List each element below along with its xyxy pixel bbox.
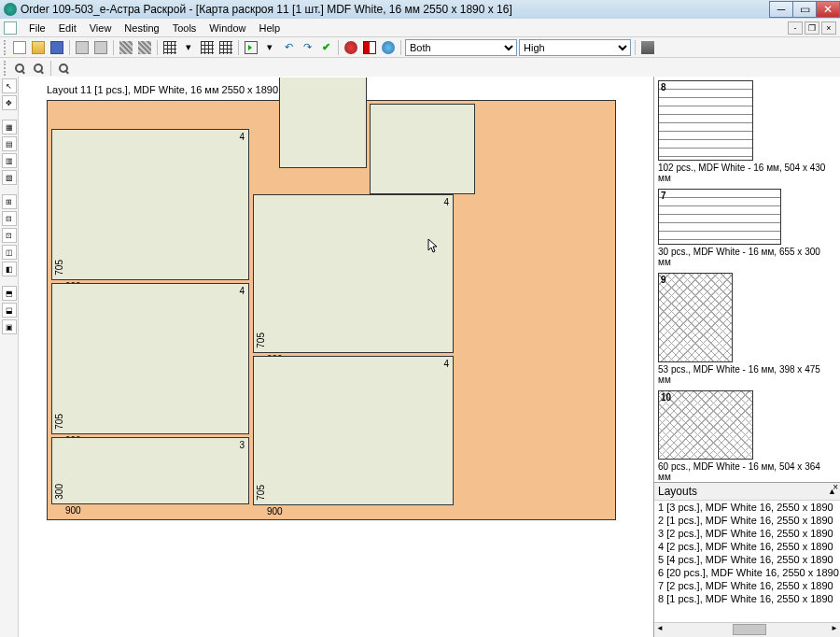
- tool-button[interactable]: [639, 39, 656, 56]
- layout-row[interactable]: 7 [2 pcs.], MDF White 16, 2550 x 1890: [654, 579, 840, 592]
- op-d-tool[interactable]: ◫: [2, 245, 17, 260]
- move-tool[interactable]: ✥: [2, 95, 17, 110]
- sheet[interactable]: 4 705 900 4 705 900 3 300 900 4 705 900 …: [47, 100, 616, 520]
- layout-row[interactable]: 5 [4 pcs.], MDF White 16, 2550 x 1890: [654, 553, 840, 566]
- scrollbar-thumb[interactable]: [733, 624, 766, 635]
- panel-close-button[interactable]: ×: [833, 482, 838, 492]
- separator: [69, 40, 70, 55]
- flag-icon: [363, 41, 376, 54]
- check-button[interactable]: ✔: [317, 39, 334, 56]
- part-thumb[interactable]: 9: [658, 273, 733, 362]
- layout-icon: [219, 41, 232, 54]
- piece-id: 3: [239, 440, 245, 450]
- workspace: ↖ ✥ ▦ ▤ ▥ ▧ ⊞ ⊟ ⊡ ◫ ◧ ⬒ ⬓ ▣ Layout 11 [1…: [0, 77, 840, 637]
- canvas-area[interactable]: Layout 11 [1 pcs.], MDF White, 16 мм 255…: [19, 77, 653, 637]
- menu-view[interactable]: View: [83, 21, 119, 35]
- copy-button[interactable]: [118, 39, 134, 56]
- group-a-tool[interactable]: ▦: [2, 120, 17, 134]
- zoom-out-button[interactable]: [30, 60, 47, 77]
- open-button[interactable]: [30, 39, 47, 56]
- globe-button[interactable]: [380, 39, 397, 56]
- op-g-tool[interactable]: ⬓: [2, 303, 17, 318]
- piece-4[interactable]: 4 705 900: [253, 356, 454, 505]
- menu-edit[interactable]: Edit: [52, 21, 83, 35]
- menu-nesting[interactable]: Nesting: [118, 21, 165, 35]
- zoom-in-button[interactable]: [11, 60, 28, 77]
- run-button[interactable]: [243, 39, 259, 56]
- layout-row[interactable]: 4 [2 pcs.], MDF White 16, 2550 x 1890: [654, 540, 840, 553]
- flag-button[interactable]: [361, 39, 378, 56]
- document-icon[interactable]: [4, 21, 17, 35]
- undo-button[interactable]: ↶: [280, 39, 297, 56]
- pin-button[interactable]: [343, 39, 359, 56]
- dropdown-button-2[interactable]: ▾: [261, 39, 278, 56]
- app-icon: [4, 3, 17, 16]
- close-button[interactable]: ✕: [816, 1, 840, 18]
- layout-row[interactable]: 3 [2 pcs.], MDF White 16, 2550 x 1890: [654, 527, 840, 540]
- layouts-title: Layouts: [658, 485, 697, 498]
- piece-id: 4: [239, 286, 245, 296]
- op-c-tool[interactable]: ⊡: [2, 228, 17, 243]
- select-tool[interactable]: ↖: [2, 78, 17, 93]
- paste-button[interactable]: [136, 39, 153, 56]
- horizontal-scrollbar[interactable]: ◄ ►: [654, 622, 840, 637]
- layout-a-button[interactable]: [199, 39, 216, 56]
- menu-tools[interactable]: Tools: [166, 21, 203, 35]
- layout-row[interactable]: 6 [20 pcs.], MDF White 16, 2550 x 1890: [654, 566, 840, 579]
- toolbar-grip[interactable]: [4, 61, 7, 76]
- separator: [635, 40, 636, 55]
- piece-waste[interactable]: [370, 104, 475, 194]
- print-button[interactable]: [74, 39, 91, 56]
- grid-button[interactable]: [161, 39, 178, 56]
- op-h-tool[interactable]: ▣: [2, 319, 17, 334]
- grid-icon: [163, 41, 176, 54]
- layouts-panel: × Layouts ▲ 1 [3 pcs.], MDF White 16, 25…: [654, 482, 840, 637]
- pin-icon: [344, 41, 357, 54]
- menu-window[interactable]: Window: [203, 21, 252, 35]
- layout-row[interactable]: 2 [1 pcs.], MDF White 16, 2550 x 1890: [654, 514, 840, 527]
- maximize-button[interactable]: ▭: [792, 1, 817, 18]
- layout-row[interactable]: 8 [1 pcs.], MDF White 16, 2550 x 1890: [654, 592, 840, 605]
- op-f-tool[interactable]: ⬒: [2, 286, 17, 301]
- window-title: Order 109-503_e-Астра Раскрой - [Карта р…: [21, 3, 512, 16]
- save-button[interactable]: [49, 39, 65, 56]
- piece-4[interactable]: 4 705 900: [51, 129, 249, 280]
- new-button[interactable]: [11, 39, 28, 56]
- part-thumb[interactable]: 8: [658, 80, 753, 161]
- part-thumb[interactable]: 10: [658, 390, 753, 460]
- separator: [338, 40, 339, 55]
- menu-help[interactable]: Help: [252, 21, 287, 35]
- group-d-tool[interactable]: ▧: [2, 170, 17, 185]
- minimize-button[interactable]: ─: [769, 1, 793, 18]
- piece-waste[interactable]: [279, 78, 367, 168]
- piece-3[interactable]: 3 300 900: [51, 437, 249, 504]
- op-a-tool[interactable]: ⊞: [2, 194, 17, 209]
- mdi-close-button[interactable]: ×: [821, 21, 836, 35]
- mdi-restore-button[interactable]: ❐: [805, 21, 819, 35]
- quality-select[interactable]: High: [519, 39, 631, 56]
- redo-button[interactable]: ↷: [299, 39, 315, 56]
- group-b-tool[interactable]: ▤: [2, 136, 17, 151]
- preview-button[interactable]: [92, 39, 109, 56]
- op-e-tool[interactable]: ◧: [2, 262, 17, 276]
- parts-list[interactable]: 8102 pcs., MDF White - 16 мм, 504 x 430 …: [654, 77, 840, 482]
- part-thumb[interactable]: 7: [658, 189, 781, 245]
- separator: [400, 40, 401, 55]
- op-b-tool[interactable]: ⊟: [2, 211, 17, 226]
- group-c-tool[interactable]: ▥: [2, 153, 17, 168]
- part-caption: 102 pcs., MDF White - 16 мм, 504 x 430 м…: [658, 163, 827, 183]
- mdi-minimize-button[interactable]: -: [788, 21, 803, 35]
- menu-file[interactable]: File: [22, 21, 52, 35]
- zoom-toolbar: [0, 58, 840, 78]
- mode-select[interactable]: Both: [405, 39, 517, 56]
- piece-4[interactable]: 4 705 900: [253, 194, 454, 353]
- part-number: 8: [661, 82, 666, 92]
- dropdown-button[interactable]: ▾: [180, 39, 197, 56]
- layout-b-button[interactable]: [217, 39, 234, 56]
- layouts-list[interactable]: 1 [3 pcs.], MDF White 16, 2550 x 18902 […: [654, 501, 840, 622]
- toolbar-grip[interactable]: [4, 40, 7, 55]
- main-toolbar: ▾ ▾ ↶ ↷ ✔ Both High: [0, 37, 840, 58]
- piece-4[interactable]: 4 705 900: [51, 283, 249, 434]
- zoom-fit-button[interactable]: [55, 60, 72, 77]
- layout-row[interactable]: 1 [3 pcs.], MDF White 16, 2550 x 1890: [654, 501, 840, 514]
